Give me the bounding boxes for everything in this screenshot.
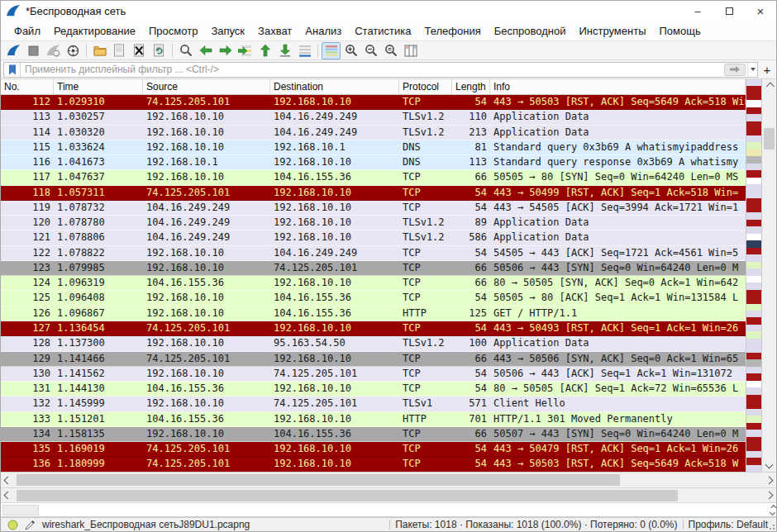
resize-columns-button[interactable] (401, 42, 420, 59)
go-to-packet-button[interactable] (236, 42, 255, 59)
horizontal-scroll-track[interactable] (15, 473, 762, 487)
capture-options-button[interactable] (64, 42, 83, 59)
menu-9[interactable]: Беспроводной (488, 23, 573, 39)
vertical-scrollbar[interactable] (762, 79, 776, 472)
cell-time: 1.030320 (54, 126, 143, 140)
minimap-band (746, 184, 761, 191)
horizontal-scroll-thumb[interactable] (17, 474, 620, 486)
save-file-button[interactable] (110, 42, 129, 59)
packet-row-129[interactable]: 1291.14146674.125.205.101192.168.10.10TC… (1, 352, 746, 367)
collapsed-scrollbar[interactable] (770, 506, 775, 515)
open-file-button[interactable] (90, 42, 109, 59)
column-header-no[interactable]: No. (1, 79, 54, 94)
packet-row-122[interactable]: 1221.078822192.168.10.10104.16.249.249TC… (1, 246, 746, 261)
packet-row-123[interactable]: 1231.079985192.168.10.1074.125.205.101TC… (1, 261, 746, 276)
packet-row-120[interactable]: 1201.078780104.16.249.249192.168.10.10TL… (1, 216, 746, 230)
packet-row-131[interactable]: 1311.144130104.16.155.36192.168.10.10TCP… (1, 382, 746, 397)
packet-row-136[interactable]: 1361.18099974.125.205.101192.168.10.10TC… (1, 457, 746, 472)
expert-info-icon[interactable] (7, 520, 18, 530)
menu-4[interactable]: Запуск (204, 23, 251, 39)
packet-row-133[interactable]: 1331.151201104.16.155.36192.168.10.10HTT… (1, 412, 746, 427)
menu-11[interactable]: Помощь (653, 23, 708, 39)
packet-row-132[interactable]: 1321.145999192.168.10.1074.125.205.101TL… (1, 397, 746, 411)
intelligent-scrollbar-minimap[interactable] (746, 79, 762, 472)
scroll-left-button[interactable] (1, 488, 15, 502)
packet-row-128[interactable]: 1281.137300192.168.10.1095.163.54.50TLSv… (1, 336, 746, 351)
display-filter-input[interactable] (21, 63, 724, 77)
toolbar-separator (317, 44, 318, 57)
stop-capture-button[interactable] (24, 42, 43, 59)
apply-filter-button[interactable] (724, 64, 746, 76)
packet-row-118[interactable]: 1181.05731174.125.205.101192.168.10.10TC… (1, 186, 746, 201)
menu-6[interactable]: Анализ (298, 23, 348, 39)
menu-2[interactable]: Редактирование (47, 23, 142, 39)
horizontal-scrollbar-detail-pane[interactable] (1, 488, 776, 503)
packet-row-127[interactable]: 1271.13645474.125.205.101192.168.10.10TC… (1, 321, 746, 336)
menu-7[interactable]: Статистика (348, 23, 417, 39)
menu-5[interactable]: Захват (251, 23, 298, 39)
cell-info: 80 → 50505 [SYN, ACK] Seq=0 Ack=1 Win=64… (490, 276, 746, 290)
zoom-in-button[interactable] (341, 42, 360, 59)
column-header-protocol[interactable]: Protocol (399, 79, 452, 94)
packet-row-116[interactable]: 1161.041673192.168.10.1192.168.10.10DNS1… (1, 155, 746, 170)
column-header-length[interactable]: Length (452, 79, 490, 94)
packet-row-130[interactable]: 1301.141562192.168.10.1074.125.205.101TC… (1, 367, 746, 382)
minimize-button[interactable]: – (682, 1, 713, 21)
profile-label[interactable]: Профиль: Default (689, 519, 769, 530)
capture-file-name[interactable]: wireshark_Беспроводная сетьJ89DU1.pcapng (42, 519, 250, 530)
cell-protocol: TCP (399, 352, 452, 366)
filter-dropdown-button[interactable] (747, 63, 757, 77)
vertical-scroll-track[interactable] (762, 93, 776, 458)
cell-info: GET / HTTP/1.1 (490, 306, 746, 321)
vertical-scroll-thumb[interactable] (764, 128, 775, 150)
column-header-time[interactable]: Time (54, 79, 143, 94)
zoom-out-button[interactable] (361, 42, 380, 59)
menu-10[interactable]: Инструменты (572, 23, 652, 39)
reload-file-button[interactable] (150, 42, 169, 59)
colorize-packets-button[interactable] (322, 42, 341, 59)
packet-row-115[interactable]: 1151.033624192.168.10.10192.168.10.1DNS8… (1, 140, 746, 155)
scroll-left-button[interactable] (1, 473, 15, 487)
scroll-down-button[interactable] (762, 458, 776, 472)
scroll-right-button[interactable] (762, 473, 776, 487)
go-back-button[interactable] (196, 42, 215, 59)
packet-row-124[interactable]: 1241.096319104.16.155.36192.168.10.10TCP… (1, 276, 746, 291)
horizontal-scrollbar-packet-list[interactable] (1, 473, 776, 488)
close-button[interactable]: × (745, 1, 776, 21)
scroll-up-button[interactable] (762, 79, 776, 93)
packet-row-134[interactable]: 1341.158135192.168.10.10104.16.155.36TCP… (1, 427, 746, 442)
resize-grip[interactable] (768, 518, 776, 531)
menu-1[interactable]: Файл (7, 23, 47, 39)
horizontal-scroll-track[interactable] (15, 488, 762, 502)
packet-row-121[interactable]: 1211.078806104.16.249.249192.168.10.10TL… (1, 230, 746, 245)
find-packet-button[interactable] (176, 42, 195, 59)
close-file-button[interactable] (130, 42, 149, 59)
column-header-source[interactable]: Source (143, 79, 270, 94)
packet-row-135[interactable]: 1351.16901974.125.205.101192.168.10.10TC… (1, 442, 746, 457)
column-header-info[interactable]: Info (490, 79, 746, 94)
menu-3[interactable]: Просмотр (142, 23, 204, 39)
packet-row-114[interactable]: 1141.030320192.168.10.10104.16.249.249TL… (1, 126, 746, 140)
packet-row-119[interactable]: 1191.078732104.16.249.249192.168.10.10TC… (1, 201, 746, 216)
packet-row-117[interactable]: 1171.047637192.168.10.10104.16.155.36TCP… (1, 170, 746, 185)
column-header-destination[interactable]: Destination (270, 79, 399, 94)
packet-row-126[interactable]: 1261.096867192.168.10.10104.16.155.36HTT… (1, 306, 746, 321)
horizontal-scroll-thumb[interactable] (17, 490, 678, 501)
maximize-button[interactable] (713, 1, 745, 21)
capture-comment-icon[interactable] (25, 520, 36, 530)
scroll-right-button[interactable] (762, 488, 776, 502)
filter-bookmark-button[interactable] (4, 63, 21, 77)
packet-row-112[interactable]: 1121.02931074.125.205.101192.168.10.10TC… (1, 95, 746, 110)
go-first-button[interactable] (255, 42, 274, 59)
packet-row-125[interactable]: 1251.096408192.168.10.10104.16.155.36TCP… (1, 291, 746, 306)
auto-scroll-button[interactable] (295, 42, 314, 59)
menu-8[interactable]: Телефония (417, 23, 487, 39)
restart-capture-button[interactable] (44, 42, 63, 59)
add-filter-button[interactable]: + (760, 62, 774, 78)
go-last-button[interactable] (275, 42, 294, 59)
start-capture-button[interactable] (4, 42, 23, 59)
cell-protocol: TCP (399, 457, 452, 471)
packet-row-113[interactable]: 1131.030257192.168.10.10104.16.249.249TL… (1, 110, 746, 125)
go-forward-button[interactable] (216, 42, 235, 59)
zoom-original-button[interactable] (381, 42, 400, 59)
